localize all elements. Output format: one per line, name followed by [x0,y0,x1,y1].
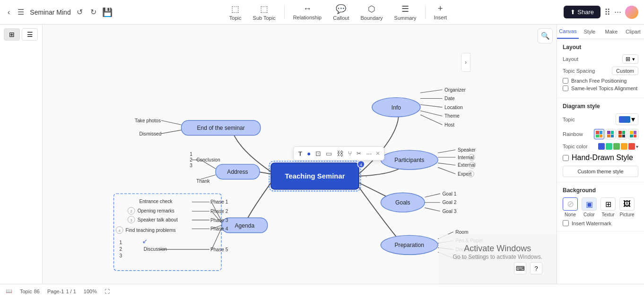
rect-button[interactable]: ▭ [325,149,333,158]
more-button[interactable]: ··· [614,7,621,17]
svg-text:Goal 2: Goal 2 [442,200,456,205]
main-area: ⊞ ☰ 🔍 › Teaching Seminar 4 - Info Orga [0,25,644,284]
layout-section-title: Layout [563,44,638,51]
toolbar-center: ⬚ Topic ⬚ Sub Topic ↔ Relationship 💬 Cal… [116,2,560,23]
insert-icon: + [438,4,443,14]
background-section-title: Background [563,187,638,194]
relationship-icon: ↔ [303,4,312,14]
hand-drawn-row: Hand-Drawn Style [563,153,638,162]
tab-make[interactable]: Make [600,25,622,39]
callout-icon: 💬 [336,4,346,14]
menu-button[interactable]: ☰ [16,6,26,18]
link-button[interactable]: ⛓ [336,149,344,158]
page-label: Page-1 [47,289,64,294]
rect-select-button[interactable]: ⊡ [314,149,322,158]
svg-text:Discussion: Discussion [144,247,167,252]
main-toolbar: ‹ ☰ Seminar Mind ↺ ↻ 💾 ⬚ Topic ⬚ Sub Top… [0,0,644,25]
svg-text:4: 4 [119,229,121,233]
same-level-row: Same-level Topics Alignment [563,85,638,91]
branch-free-checkbox[interactable] [563,78,568,84]
svg-line-13 [420,111,442,116]
redo-button[interactable]: ↻ [88,6,98,18]
hand-drawn-label: Hand-Drawn Style [572,153,633,162]
zoom-value: 100% [84,289,97,294]
svg-text:1: 1 [470,172,472,177]
toolbar-left: ‹ ☰ Seminar Mind ↺ ↻ 💾 [6,6,113,18]
summary-icon: ☰ [401,4,409,14]
svg-text:Speaker: Speaker [458,147,476,153]
custom-theme-button[interactable]: Custom theme style [563,166,638,177]
bg-none-option[interactable]: ⊘ None [563,197,578,217]
watermark-row: Insert Watermark [563,220,638,226]
bg-color-option[interactable]: ▣ Color [582,197,597,217]
save-button[interactable]: 💾 [102,7,113,17]
swatch-blue [598,143,605,150]
share-icon: ⬆ [570,9,575,16]
branch-button[interactable]: ⑂ [347,149,353,158]
same-level-checkbox[interactable] [563,85,568,91]
topic-tool[interactable]: ⬚ Topic [225,2,246,23]
watermark-checkbox[interactable] [563,220,569,226]
activate-icons: ⌨ ? [453,262,542,274]
left-panel: ⊞ ☰ [0,25,43,284]
svg-text:Info: Info [392,104,401,111]
share-button[interactable]: ⬆ Share [564,6,600,18]
topic-icon: ⬚ [231,4,239,14]
svg-text:Phase 5: Phase 5 [210,247,228,252]
text-format-button[interactable]: T [297,149,303,158]
tab-style[interactable]: Style [579,25,600,39]
bg-picture-option[interactable]: 🖼 Picture [619,197,635,217]
cut-button[interactable]: ✂ [356,149,362,158]
topic-preview[interactable]: ▾ [616,113,638,125]
help-icon-button[interactable]: ? [530,262,542,274]
tab-clipart[interactable]: Clipart [622,25,644,39]
callout-tool[interactable]: 💬 Callout [328,2,354,23]
bg-color-label: Color [583,212,595,217]
swatch-more-arrow[interactable]: ▾ [636,144,638,149]
diagram-style-title: Diagram style [563,103,638,110]
svg-text:Location: Location [444,105,463,110]
float-toolbar-close[interactable]: ✕ [375,150,380,157]
center-topic-text: Teaching Seminar [285,172,345,180]
fullscreen-item[interactable]: ⛶ [104,289,110,294]
topic-color-row: Topic color ▾ [563,143,638,150]
branch-free-label: Branch Free Positioning [571,78,627,84]
layout-select[interactable]: ⊞ ▾ [622,54,638,64]
grid-button[interactable]: ⠿ [604,7,610,17]
rainbow-options [594,129,638,139]
svg-text:Phase 3: Phase 3 [210,218,228,223]
more-float-button[interactable]: ··· [365,149,373,158]
bg-texture-option[interactable]: ⊞ Textur [600,197,616,217]
svg-text:3: 3 [131,218,132,222]
subtopic-tool[interactable]: ⬚ Sub Topic [248,2,280,23]
rainbow-opt-1[interactable] [594,129,604,139]
panel-expand-button[interactable]: › [461,53,470,72]
svg-text:Thank: Thank [196,179,210,184]
tab-canvas[interactable]: Canvas [557,25,579,39]
boundary-tool[interactable]: ⬡ Boundary [356,2,387,23]
hand-drawn-checkbox[interactable] [563,155,569,161]
svg-text:Phase 2: Phase 2 [210,209,228,214]
bg-none-label: None [565,212,576,217]
relationship-tool[interactable]: ↔ Relationship [288,2,327,22]
insert-tool[interactable]: + Insert [429,2,452,22]
rainbow-opt-3[interactable] [617,129,627,139]
svg-text:Room: Room [455,230,468,235]
svg-text:Phase 4: Phase 4 [210,226,228,231]
topic-count-value: 86 [34,289,40,294]
keyboard-icon-button[interactable]: ⌨ [514,262,526,274]
list-view-button[interactable]: ☰ [22,28,38,41]
summary-tool[interactable]: ☰ Summary [390,2,421,23]
diagram-style-section: Diagram style Topic ▾ Rainbow [557,98,644,182]
view-toggle: ⊞ ☰ [4,28,38,41]
same-level-label: Same-level Topics Alignment [571,85,637,91]
circle-button[interactable]: ● [306,149,312,158]
back-button[interactable]: ‹ [6,6,12,18]
grid-view-button[interactable]: ⊞ [4,28,20,41]
rainbow-opt-2[interactable] [605,129,616,139]
book-icon: 📖 [6,288,12,294]
canvas-area: 🔍 › Teaching Seminar 4 - Info Organizer … [43,25,557,284]
rainbow-opt-4[interactable] [628,129,638,139]
avatar [625,6,638,19]
undo-button[interactable]: ↺ [75,6,85,18]
